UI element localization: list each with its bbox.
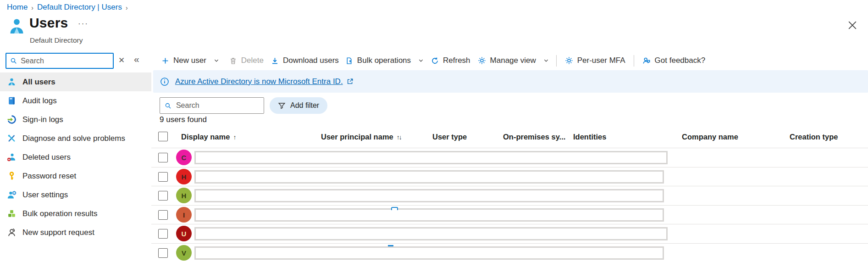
sidebar-item-diagnose[interactable]: Diagnose and solve problems: [0, 129, 151, 148]
row-checkbox[interactable]: [158, 229, 168, 239]
refresh-button[interactable]: Refresh: [431, 56, 470, 65]
user-list-search: [160, 97, 264, 114]
sidebar-item-audit-logs[interactable]: Audit logs: [0, 91, 151, 110]
avatar: C: [176, 150, 192, 165]
row-checkbox[interactable]: [158, 172, 168, 182]
sidebar-item-all-users[interactable]: All users: [0, 72, 151, 91]
sidebar-item-sign-in-logs[interactable]: Sign-in logs: [0, 110, 151, 129]
refresh-icon: [431, 57, 439, 65]
add-filter-button[interactable]: Add filter: [270, 97, 327, 114]
add-filter-label: Add filter: [290, 101, 319, 110]
sidebar-item-deleted-users[interactable]: Deleted users: [0, 148, 151, 167]
sidebar-item-label: New support request: [22, 228, 94, 237]
breadcrumb-current-link[interactable]: Default Directory | Users: [37, 3, 122, 12]
users-page-icon: [7, 17, 26, 36]
user-list-search-input[interactable]: [176, 101, 259, 110]
row-checkbox[interactable]: [158, 191, 168, 201]
sidebar-item-label: Audit logs: [22, 96, 57, 106]
info-icon: [160, 77, 169, 86]
audit-logs-icon: [7, 96, 17, 106]
delete-label: Delete: [241, 56, 264, 65]
manage-view-label: Manage view: [490, 56, 536, 65]
results-count: 9 users found: [160, 115, 207, 124]
chevron-right-icon: ›: [31, 4, 33, 11]
sidebar-item-label: Password reset: [22, 172, 76, 181]
sidebar-item-label: Deleted users: [22, 153, 71, 162]
redacted-name-box: [194, 151, 668, 164]
download-users-button[interactable]: Download users: [271, 56, 339, 65]
users-icon: [7, 77, 17, 87]
filter-funnel-icon: [278, 102, 286, 110]
sidebar-item-bulk-operation-results[interactable]: Bulk operation results: [0, 204, 151, 223]
table-row: I: [151, 205, 868, 224]
row-checkbox[interactable]: [158, 153, 168, 162]
collapse-sidebar-icon[interactable]: «: [134, 54, 139, 65]
column-header-company-name[interactable]: Company name: [682, 133, 738, 141]
sign-in-logs-icon: [7, 115, 17, 124]
avatar: I: [176, 207, 192, 223]
redacted-peek-icon: [388, 245, 393, 246]
chevron-down-icon: [418, 58, 424, 63]
sidebar-item-user-settings[interactable]: User settings: [0, 185, 151, 204]
row-checkbox[interactable]: [158, 248, 168, 258]
per-user-mfa-button[interactable]: Per-user MFA: [565, 56, 625, 65]
support-request-icon: [7, 228, 17, 237]
column-header-creation-type[interactable]: Creation type: [790, 133, 838, 141]
sidebar-search: [6, 53, 114, 69]
breadcrumb: Home › Default Directory | Users ›: [7, 3, 128, 12]
avatar: H: [176, 188, 192, 203]
redacted-peek-icon: [391, 207, 398, 210]
avatar: V: [176, 245, 192, 261]
chevron-down-icon: [214, 58, 219, 63]
column-header-on-premises-sync[interactable]: On-premises sy...: [503, 133, 565, 141]
external-link-icon: [347, 78, 354, 85]
download-users-label: Download users: [283, 56, 339, 65]
sidebar-search-input[interactable]: [21, 57, 109, 65]
refresh-label: Refresh: [443, 56, 470, 65]
download-icon: [271, 57, 279, 65]
got-feedback-button[interactable]: Got feedback?: [642, 56, 706, 65]
sidebar-item-new-support-request[interactable]: New support request: [0, 223, 151, 242]
toolbar-divider: [634, 55, 634, 67]
redacted-name-box: [194, 189, 664, 202]
row-checkbox[interactable]: [158, 210, 168, 220]
sidebar-item-label: Diagnose and solve problems: [22, 134, 125, 143]
deleted-users-icon: [7, 152, 17, 162]
table-row: U: [151, 224, 868, 243]
column-header-identities[interactable]: Identities: [573, 133, 606, 141]
password-reset-icon: [7, 171, 17, 181]
sidebar-item-label: Sign-in logs: [22, 115, 63, 124]
sidebar-item-label: All users: [22, 78, 55, 87]
clear-search-icon[interactable]: ✕: [118, 56, 125, 65]
new-user-button[interactable]: New user: [161, 56, 219, 65]
search-icon: [10, 57, 17, 65]
sidebar-nav: All users Audit logs Sign-in logs Diagno…: [0, 72, 151, 242]
sidebar-item-label: User settings: [22, 190, 68, 200]
search-icon: [165, 102, 171, 110]
toolbar-divider: [556, 55, 557, 67]
diagnose-icon: [7, 134, 17, 143]
column-header-display-name[interactable]: Display name↑: [181, 133, 235, 141]
delete-button[interactable]: Delete: [229, 56, 264, 65]
select-all-checkbox[interactable]: [158, 132, 168, 141]
sidebar-item-password-reset[interactable]: Password reset: [0, 167, 151, 185]
feedback-person-icon: [642, 56, 651, 65]
column-header-user-type[interactable]: User type: [432, 133, 467, 141]
redacted-name-box: [194, 170, 664, 184]
sort-both-icon: ↑↓: [397, 134, 401, 141]
column-header-user-principal-name[interactable]: User principal name↑↓: [321, 133, 401, 141]
entra-id-banner-link[interactable]: Azure Active Directory is now Microsoft …: [175, 77, 354, 86]
trash-icon: [229, 57, 237, 65]
plus-icon: [161, 57, 169, 65]
gear-icon: [565, 56, 573, 65]
chevron-right-icon: ›: [126, 4, 128, 11]
avatar: H: [176, 169, 192, 184]
page-context-menu-button[interactable]: ···: [78, 19, 88, 28]
bulk-operations-button[interactable]: Bulk operations: [345, 56, 424, 65]
table-row: C: [151, 148, 868, 167]
close-icon[interactable]: [846, 19, 858, 31]
got-feedback-label: Got feedback?: [655, 56, 706, 65]
manage-view-button[interactable]: Manage view: [478, 56, 549, 65]
breadcrumb-home-link[interactable]: Home: [7, 3, 28, 12]
user-settings-icon: [7, 190, 17, 200]
